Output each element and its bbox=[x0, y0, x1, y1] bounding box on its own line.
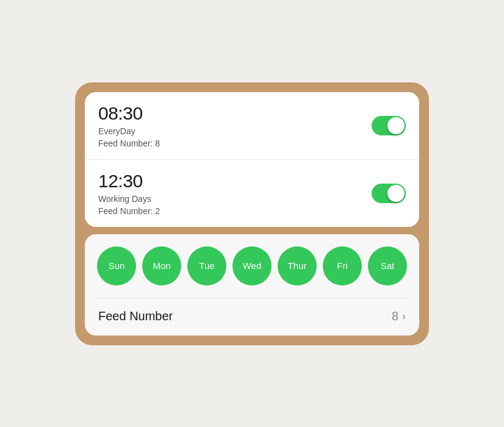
day-sat[interactable]: Sat bbox=[368, 246, 407, 285]
schedules-card: 08:30 EveryDay Feed Number: 8 12:30 Work… bbox=[85, 92, 419, 227]
toggle-track-2 bbox=[372, 184, 406, 203]
feed-number-value: 8 bbox=[392, 309, 398, 323]
feed-number-label: Feed Number bbox=[98, 309, 173, 323]
schedule-recurrence-2: Working Days bbox=[98, 194, 160, 204]
toggle-1[interactable] bbox=[372, 116, 406, 135]
day-mon[interactable]: Mon bbox=[142, 246, 181, 285]
chevron-right-icon: › bbox=[402, 310, 406, 323]
schedule-feed-2: Feed Number: 2 bbox=[98, 206, 160, 216]
schedule-feed-1: Feed Number: 8 bbox=[98, 138, 160, 148]
toggle-2[interactable] bbox=[372, 184, 406, 203]
schedule-time-2: 12:30 bbox=[98, 171, 160, 192]
days-row: Sun Mon Tue Wed Thur Fri Sat bbox=[98, 246, 406, 298]
day-thur[interactable]: Thur bbox=[278, 246, 317, 285]
schedule-recurrence-1: EveryDay bbox=[98, 126, 160, 136]
schedule-item-2: 12:30 Working Days Feed Number: 2 bbox=[85, 159, 419, 227]
day-wed[interactable]: Wed bbox=[232, 246, 272, 285]
day-sun[interactable]: Sun bbox=[97, 246, 136, 285]
outer-card: 08:30 EveryDay Feed Number: 8 12:30 Work… bbox=[75, 82, 429, 345]
feed-number-row[interactable]: Feed Number 8 › bbox=[98, 298, 406, 323]
toggle-thumb-1 bbox=[387, 117, 405, 134]
toggle-track-1 bbox=[372, 116, 406, 135]
days-feed-card: Sun Mon Tue Wed Thur Fri Sat Feed Number bbox=[85, 234, 419, 336]
schedule-item-1: 08:30 EveryDay Feed Number: 8 bbox=[85, 92, 419, 159]
schedule-time-1: 08:30 bbox=[98, 103, 160, 124]
feed-number-value-group: 8 › bbox=[392, 309, 406, 323]
schedule-info-1: 08:30 EveryDay Feed Number: 8 bbox=[98, 103, 160, 148]
toggle-thumb-2 bbox=[387, 185, 405, 202]
day-tue[interactable]: Tue bbox=[187, 246, 226, 285]
schedule-info-2: 12:30 Working Days Feed Number: 2 bbox=[98, 171, 160, 216]
day-fri[interactable]: Fri bbox=[323, 246, 362, 285]
